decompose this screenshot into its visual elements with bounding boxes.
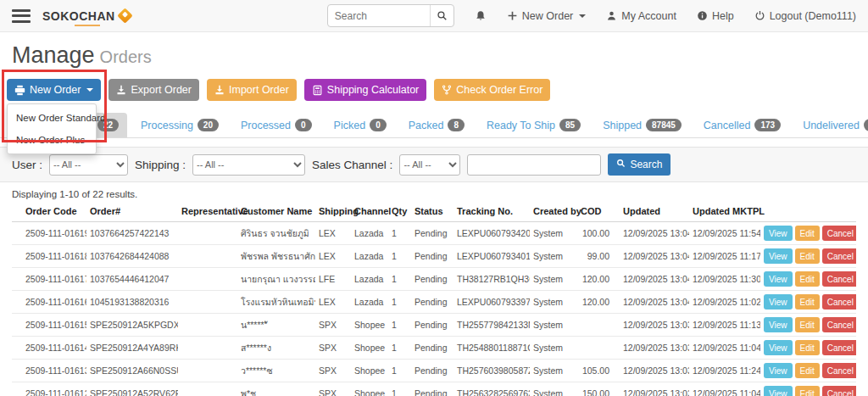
edit-button[interactable]: Edit (795, 340, 820, 355)
tab-shipped[interactable]: Shipped87845 (594, 113, 690, 137)
cancel-button[interactable]: Cancel (822, 294, 856, 310)
filter-bar: User :-- All --Shipping :-- All --Sales … (0, 147, 868, 182)
view-button[interactable]: View (764, 226, 793, 241)
cancel-button[interactable]: Cancel (822, 226, 856, 241)
hamburger-menu-icon[interactable] (12, 9, 31, 23)
tab-count-badge: 4 (864, 119, 868, 131)
sales-channel-filter-label: Sales Channel : (312, 159, 392, 171)
view-button[interactable]: View (764, 317, 793, 332)
view-button[interactable]: View (764, 363, 793, 378)
orders-table-section: Displaying 1-10 of 22 results. Order Cod… (12, 189, 856, 396)
topbar-logout[interactable]: Logout (Demo111) (754, 10, 856, 22)
results-summary: Displaying 1-10 of 22 results. (12, 189, 856, 199)
view-button[interactable]: View (764, 340, 793, 355)
col-qty: Qty (388, 201, 411, 222)
download-icon (214, 85, 225, 95)
col-cod: COD (577, 201, 620, 222)
notifications-bell[interactable] (475, 10, 487, 22)
col-order: Order# (86, 201, 178, 222)
topbar-new-order[interactable]: New Order (507, 10, 586, 22)
user-filter-select[interactable]: -- All -- (49, 154, 128, 176)
tab-count-badge: 87845 (646, 119, 682, 131)
menu-item-new-order-standard[interactable]: New Order Standard (8, 107, 96, 129)
cancel-button[interactable]: Cancel (822, 386, 856, 396)
brand-tagline (75, 25, 100, 26)
table-row: 2509-111-016161045193138820316โรงแรมหัวห… (12, 291, 856, 314)
col-status: Status (411, 201, 453, 222)
edit-button[interactable]: Edit (795, 363, 820, 378)
tab-processing[interactable]: Processing20 (132, 113, 227, 137)
topbar-my-account[interactable]: My Account (606, 10, 676, 22)
cancel-button[interactable]: Cancel (822, 317, 856, 332)
tab-cancelled[interactable]: Cancelled173 (695, 113, 789, 137)
table-row: 2509-111-016181037642684424088พัชรพล พัช… (12, 245, 856, 268)
bell-icon (475, 10, 487, 22)
table-row: 2509-111-01612SPE250912A52RV62Pพ*ชSPXSho… (12, 382, 856, 396)
tab-processed[interactable]: Processed0 (232, 113, 320, 137)
col-customer-name: Customer Name (237, 201, 315, 222)
col-updated-mktpl: Updated MKTPL (689, 201, 760, 222)
view-button[interactable]: View (764, 248, 793, 264)
cancel-button[interactable]: Cancel (822, 271, 856, 287)
table-body: 2509-111-016191037664257422143ศิรินธร จว… (12, 222, 856, 396)
brand-diamond-icon (117, 8, 132, 23)
menu-item-new-order-plus[interactable]: New Order Plus (8, 129, 96, 151)
view-button[interactable]: View (764, 386, 793, 396)
table-row: 2509-111-016191037664257422143ศิรินธร จว… (12, 222, 856, 245)
table-row: 2509-111-01615SPE250912A5KPGDXDน******ัS… (12, 314, 856, 337)
sales-channel-filter-select[interactable]: -- All -- (399, 154, 460, 176)
plus-icon (507, 10, 518, 21)
table-header-row: Order CodeOrder#RepresentativeCustomer N… (12, 201, 856, 222)
export-order-button[interactable]: Export Order (108, 79, 199, 101)
cancel-button[interactable]: Cancel (822, 340, 856, 355)
topbar-help[interactable]: Help (697, 10, 734, 22)
printer-icon (14, 85, 25, 96)
brand-name: SOKOCHAN (42, 9, 115, 23)
search-icon[interactable] (430, 5, 453, 26)
orders-table: Order CodeOrder#RepresentativeCustomer N… (12, 201, 856, 396)
col-updated: Updated (620, 201, 689, 222)
edit-button[interactable]: Edit (795, 317, 820, 332)
chevron-down-icon (579, 14, 586, 18)
table-row: 2509-111-01614SPE250912A4YA89RKส******งS… (12, 337, 856, 360)
col-created-by: Created by (530, 201, 577, 222)
new-order-button[interactable]: New Order (7, 79, 101, 101)
shipping-filter-label: Shipping : (135, 159, 186, 171)
tab-undelivered[interactable]: Undelivered4 (794, 113, 868, 137)
tab-count-badge: 0 (295, 119, 312, 131)
edit-button[interactable]: Edit (795, 271, 820, 287)
calculator-icon (312, 85, 323, 96)
edit-button[interactable]: Edit (795, 248, 820, 264)
tab-ready-to-ship[interactable]: Ready To Ship85 (478, 113, 589, 137)
shipping-calculator-button[interactable]: Shipping Calculator (304, 79, 426, 101)
col-representative: Representative (178, 201, 237, 222)
col-channel: Channel (351, 201, 388, 222)
col-actions (760, 201, 856, 222)
new-order-wrap: New Order New Order StandardNew Order Pl… (7, 79, 101, 101)
edit-button[interactable]: Edit (795, 294, 820, 310)
shipping-filter-select[interactable]: -- All -- (192, 154, 305, 176)
tab-packed[interactable]: Packed8 (400, 113, 473, 137)
view-button[interactable]: View (764, 294, 793, 310)
import-order-button[interactable]: Import Order (207, 79, 297, 101)
tab-count-badge: 8 (448, 119, 465, 131)
filter-search-button[interactable]: Search (608, 153, 670, 176)
check-order-error-button[interactable]: Check Order Error (434, 79, 550, 101)
tab-picked[interactable]: Picked0 (326, 113, 395, 137)
brand-logo: SOKOCHAN (42, 9, 131, 23)
col-shipping: Shipping (315, 201, 351, 222)
order-management-app: SOKOCHAN New Order My A (0, 0, 868, 396)
tab-count-badge: 20 (198, 119, 219, 131)
col-order-code: Order Code (12, 201, 86, 222)
filter-keyword-input[interactable] (467, 154, 601, 176)
download-icon (116, 85, 126, 95)
cancel-button[interactable]: Cancel (822, 363, 856, 378)
edit-button[interactable]: Edit (795, 226, 820, 241)
table-row: 2509-111-016171037654446412047นายกรุณา แ… (12, 268, 856, 291)
cancel-button[interactable]: Cancel (822, 248, 856, 264)
branch-icon (442, 85, 452, 95)
edit-button[interactable]: Edit (795, 386, 820, 396)
tab-count-badge: 0 (370, 119, 387, 131)
view-button[interactable]: View (764, 271, 793, 287)
topbar-search-input[interactable] (328, 10, 430, 22)
